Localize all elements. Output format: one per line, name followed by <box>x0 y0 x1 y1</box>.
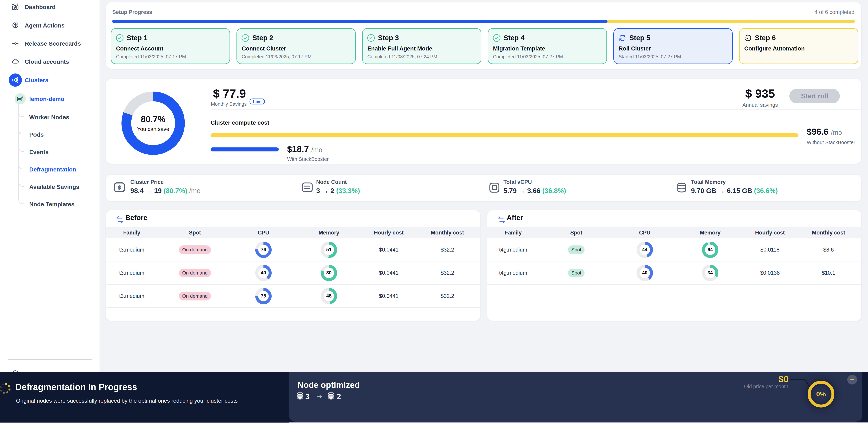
svg-text:2: 2 <box>337 392 341 401</box>
svg-text:$: $ <box>118 184 121 191</box>
svg-text:3: 3 <box>305 392 310 401</box>
